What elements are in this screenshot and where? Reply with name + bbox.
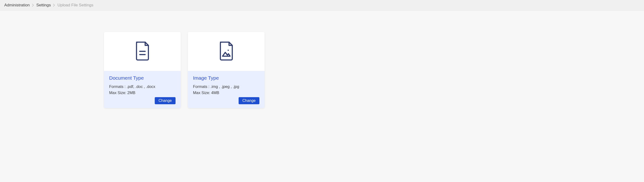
card-formats: Formats : .pdf, .doc , .docx	[109, 84, 176, 90]
card-body: Document Type Formats : .pdf, .doc , .do…	[104, 71, 181, 108]
card-max-size: Max Size: 4MB	[193, 90, 260, 96]
card-actions: Change	[109, 97, 176, 104]
card-formats: Formats : .img , .jpeg , .jpg	[193, 84, 260, 90]
card-title: Document Type	[109, 75, 176, 81]
card-title: Image Type	[193, 75, 260, 81]
breadcrumb-current: Upload File Settings	[58, 3, 93, 8]
svg-point-2	[228, 50, 229, 51]
breadcrumb-link-settings[interactable]: Settings	[36, 3, 51, 8]
file-image-icon	[218, 42, 235, 62]
upload-settings-card-image: Image Type Formats : .img , .jpeg , .jpg…	[188, 32, 264, 108]
card-icon-area	[104, 32, 181, 71]
card-icon-area	[188, 32, 264, 71]
change-button[interactable]: Change	[155, 97, 176, 104]
page-content: Document Type Formats : .pdf, .doc , .do…	[0, 11, 368, 129]
breadcrumb: Administration Settings Upload File Sett…	[0, 0, 644, 11]
chevron-right-icon	[32, 4, 34, 6]
upload-settings-card-document: Document Type Formats : .pdf, .doc , .do…	[104, 32, 181, 108]
change-button[interactable]: Change	[238, 97, 260, 104]
card-actions: Change	[193, 97, 260, 104]
breadcrumb-link-administration[interactable]: Administration	[4, 3, 30, 8]
card-max-size: Max Size: 2MB	[109, 90, 176, 96]
card-body: Image Type Formats : .img , .jpeg , .jpg…	[188, 71, 264, 108]
settings-cards: Document Type Formats : .pdf, .doc , .do…	[10, 32, 359, 108]
chevron-right-icon	[53, 4, 55, 6]
file-document-icon	[134, 42, 151, 62]
